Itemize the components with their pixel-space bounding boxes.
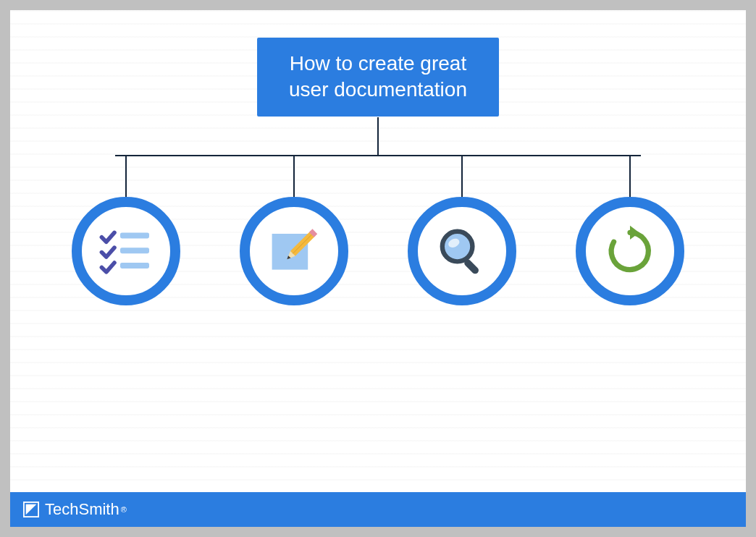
svg-rect-1 xyxy=(120,248,149,253)
title-line-1: How to create great xyxy=(289,51,467,77)
title-line-2: user documentation xyxy=(289,77,467,103)
icon-wrap xyxy=(72,197,180,305)
svg-marker-12 xyxy=(630,226,639,240)
step-body: Make sure it does the job before you set… xyxy=(397,331,527,361)
refresh-icon xyxy=(601,222,659,280)
svg-rect-2 xyxy=(120,263,149,268)
step-title: 3. Test xyxy=(441,304,484,321)
step-body: When your product changes, update your d… xyxy=(565,331,695,392)
svg-marker-14 xyxy=(26,504,37,515)
connector-vertical-top xyxy=(377,117,379,155)
icon-circle xyxy=(240,197,348,305)
magnifier-icon xyxy=(433,222,491,280)
step-plan: 1. Plan Know your goals and create a pla… xyxy=(48,155,204,415)
content-area: How to create great user documentation xyxy=(10,10,746,527)
step-body: Know your goals and create a plan to ach… xyxy=(61,331,191,361)
connector-drop xyxy=(293,155,295,197)
step-title: 1. Plan xyxy=(104,304,148,321)
step-create: 2. Create Follow your plan, but adjust f… xyxy=(216,155,372,415)
connector-drop xyxy=(461,155,463,197)
techsmith-logo-icon xyxy=(23,502,39,517)
svg-point-9 xyxy=(442,232,473,262)
steps-row: 1. Plan Know your goals and create a pla… xyxy=(10,155,746,415)
step-test: 3. Test Make sure it does the job before… xyxy=(384,155,540,415)
infographic-canvas: How to create great user documentation xyxy=(10,10,746,527)
icon-wrap xyxy=(576,197,684,305)
step-title: 4. Update xyxy=(599,304,662,321)
connector-drop xyxy=(629,155,631,197)
svg-rect-11 xyxy=(463,258,480,276)
icon-circle xyxy=(72,197,180,305)
footer-bar: TechSmith ® xyxy=(10,492,746,527)
svg-rect-0 xyxy=(120,232,149,238)
icon-wrap xyxy=(240,197,348,305)
icon-circle xyxy=(408,197,516,305)
icon-circle xyxy=(576,197,684,305)
step-title: 2. Create xyxy=(264,304,324,321)
step-update: 4. Update When your product changes, upd… xyxy=(552,155,708,415)
title-box: How to create great user documentation xyxy=(257,38,499,117)
registered-mark: ® xyxy=(121,505,127,514)
connector-drop xyxy=(125,155,127,197)
step-body: Follow your plan, but adjust for new inf… xyxy=(229,331,359,376)
checklist-icon xyxy=(97,222,155,280)
pencil-note-icon xyxy=(265,222,323,280)
footer-brand-text: TechSmith xyxy=(45,500,119,519)
icon-wrap xyxy=(408,197,516,305)
